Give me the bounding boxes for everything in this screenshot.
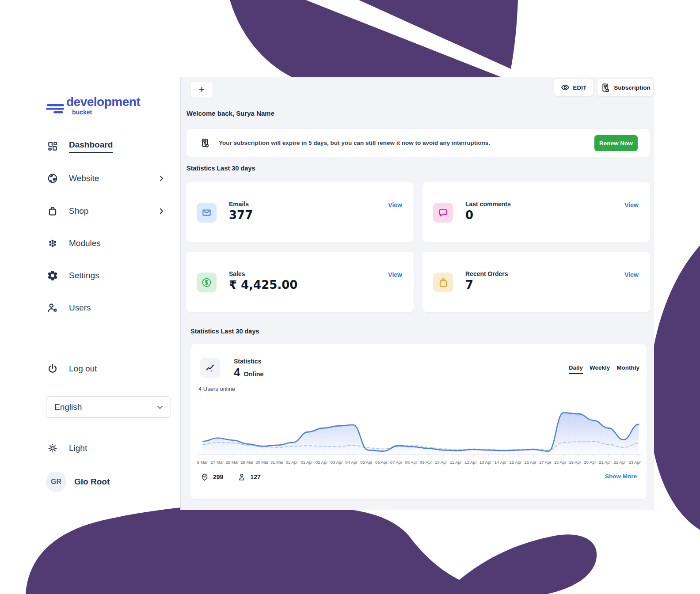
- chevron-right-icon: [157, 174, 165, 182]
- app-root: development bucket DashboardWebsiteShopM…: [0, 0, 700, 594]
- edit-button[interactable]: EDIT: [554, 79, 593, 96]
- x-axis-label: 05 Apr: [359, 460, 374, 465]
- shopping-bag-icon: [433, 272, 453, 292]
- stat-card-emails: Emails377View: [186, 182, 414, 242]
- x-axis-label: 08 Apr: [403, 460, 418, 465]
- chart-tab-monthly[interactable]: Monthly: [616, 364, 639, 374]
- view-link[interactable]: View: [388, 271, 402, 278]
- stat-card-title: Emails: [229, 201, 249, 208]
- visits-value: 299: [213, 473, 223, 480]
- sidebar-item-website[interactable]: Website: [46, 168, 175, 189]
- avatar: GR: [46, 472, 66, 492]
- add-button[interactable]: +: [190, 81, 213, 98]
- view-link[interactable]: View: [624, 201, 639, 208]
- x-axis-label: 06 Apr: [374, 460, 389, 465]
- sidebar-item-label: Modules: [69, 238, 101, 248]
- chart-range-tabs: DailyWeeklyMonthly: [569, 364, 639, 374]
- language-select[interactable]: English: [46, 396, 171, 418]
- shopping-bag-icon: [46, 204, 59, 218]
- sidebar-item-settings[interactable]: Settings: [46, 265, 175, 286]
- sidebar-divider: [0, 388, 180, 388]
- sidebar-item-dashboard[interactable]: Dashboard: [46, 136, 175, 156]
- x-axis-label: 6 Mar: [195, 460, 210, 465]
- show-more-link[interactable]: Show More: [605, 473, 637, 480]
- chevron-right-icon: [157, 207, 165, 215]
- sidebar-item-label: Website: [69, 174, 99, 183]
- x-axis-label: 29 Mar: [240, 460, 255, 465]
- chart-tab-daily[interactable]: Daily: [569, 364, 583, 374]
- stat-card-sales: Sales₹ 4,425.00View: [186, 252, 414, 312]
- subscription-button[interactable]: Subscription: [597, 79, 654, 96]
- users-counter: 127: [237, 473, 260, 481]
- x-axis-label: 27 Mar: [210, 460, 225, 465]
- sidebar: development bucket DashboardWebsiteShopM…: [0, 0, 180, 594]
- logout-label: Log out: [69, 364, 97, 374]
- stat-card-value: 377: [229, 208, 253, 222]
- sun-icon: [46, 442, 59, 455]
- stat-card-last-comments: Last comments0View: [422, 182, 650, 242]
- brand-name: development: [66, 95, 140, 109]
- user-profile[interactable]: GR Glo Root: [46, 472, 110, 492]
- users-value: 127: [250, 473, 260, 480]
- sidebar-item-modules[interactable]: Modules: [46, 233, 175, 253]
- stat-card-title: Recent Orders: [465, 270, 508, 277]
- power-icon: [46, 362, 59, 375]
- visits-counter: 299: [200, 473, 223, 481]
- chart-tab-weekly[interactable]: Weekly: [590, 364, 610, 374]
- logout-button[interactable]: Log out: [46, 359, 175, 379]
- location-check-icon: [200, 473, 209, 481]
- x-axis-label: 15 Apr: [508, 460, 523, 465]
- x-axis-label: 10 Apr: [434, 460, 449, 465]
- x-axis-label: 19 Apr: [567, 460, 582, 465]
- user-gear-icon: [46, 301, 59, 314]
- sidebar-item-shop[interactable]: Shop: [46, 201, 175, 221]
- mail-icon: [197, 203, 217, 223]
- x-axis-label: 30 Mar: [255, 460, 270, 465]
- section-title-stats-2: Statistics Last 30 days: [190, 328, 259, 335]
- stat-card-title: Sales: [229, 270, 245, 277]
- stat-card-title: Last comments: [465, 201, 511, 208]
- sidebar-item-label: Shop: [69, 206, 88, 216]
- subscription-alert: Your subscription will expire in 5 days,…: [186, 129, 650, 157]
- subscription-icon: [200, 138, 210, 148]
- person-icon: [237, 473, 246, 481]
- stat-card-value: 7: [465, 278, 473, 291]
- stat-card-value: ₹ 4,425.00: [229, 278, 297, 291]
- view-link[interactable]: View: [624, 271, 639, 278]
- stat-card-value: 0: [465, 208, 473, 222]
- profile-name: Glo Root: [74, 477, 110, 487]
- brand-subname: bucket: [72, 109, 92, 116]
- x-axis-label: 31 Mar: [270, 460, 285, 465]
- x-axis-label: 13 Apr: [478, 460, 493, 465]
- x-axis-label: 09 Apr: [418, 460, 434, 465]
- x-axis-label: 03 Apr: [329, 460, 344, 465]
- renew-now-button[interactable]: Renew Now: [594, 135, 638, 151]
- x-axis-label: 12 Apr: [463, 460, 478, 465]
- theme-toggle[interactable]: Light: [46, 438, 175, 458]
- sidebar-item-label: Users: [69, 303, 91, 313]
- theme-label: Light: [69, 443, 87, 453]
- x-axis-label: 14 Apr: [493, 460, 508, 465]
- globe-icon: [46, 172, 59, 185]
- chart-title: Statistics: [234, 358, 261, 365]
- main-panel: + EDIT Subscription Welcome back, Surya …: [180, 77, 654, 510]
- x-axis-label: 16 Apr: [523, 460, 538, 465]
- dashboard-icon: [46, 140, 59, 153]
- users-online-subtitle: 4 Users online: [198, 386, 235, 392]
- comment-icon: [433, 203, 453, 223]
- welcome-message: Welcome back, Surya Name: [186, 110, 274, 117]
- x-axis-label: 18 Apr: [553, 460, 568, 465]
- x-axis-label: 11 Apr: [448, 460, 463, 465]
- view-link[interactable]: View: [388, 201, 402, 208]
- sidebar-item-users[interactable]: Users: [46, 298, 175, 318]
- x-axis-label: 02 Apr: [314, 460, 329, 465]
- x-axis-label: 22 Apr: [612, 460, 628, 465]
- online-label: Online: [243, 371, 263, 378]
- x-axis-labels: 6 Mar27 Mar28 Mar29 Mar30 Mar31 Mar01 Ap…: [195, 460, 642, 465]
- sidebar-item-label: Dashboard: [69, 140, 113, 153]
- area-chart: [198, 396, 641, 459]
- statistics-chart-card: Statistics 4 Online DailyWeeklyMonthly 4…: [190, 344, 647, 499]
- online-counter: 4 Online: [234, 366, 264, 379]
- logo-bars-icon: [45, 102, 66, 117]
- subscription-label: Subscription: [614, 84, 651, 91]
